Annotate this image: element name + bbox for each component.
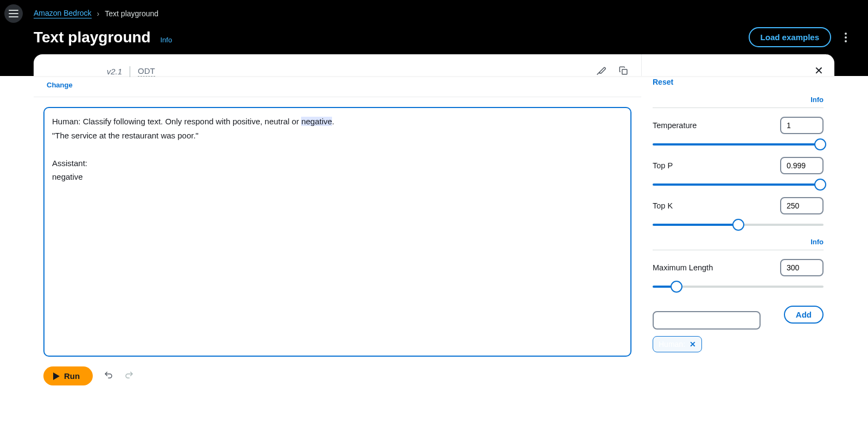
stop-token-text: Human: xyxy=(659,340,685,349)
add-stop-button[interactable]: Add xyxy=(784,306,824,324)
max-length-slider[interactable] xyxy=(653,283,824,290)
provider-logo: A\ xyxy=(47,66,55,77)
page-title: Text playground Info xyxy=(34,29,172,46)
run-button-label: Run xyxy=(64,371,80,381)
prompt-input[interactable]: Human: Classify following text. Only res… xyxy=(43,107,631,357)
model-name: Claude xyxy=(63,65,99,78)
breadcrumb: Amazon Bedrock › Text playground xyxy=(34,9,158,18)
top-p-label: Top P xyxy=(653,161,673,170)
caret-down-icon: ▼ xyxy=(653,97,659,103)
config-title: Configurations xyxy=(653,64,730,77)
model-badge[interactable]: ODT xyxy=(138,66,155,77)
stop-sequences-label: Stop sequences xyxy=(653,299,777,308)
play-icon xyxy=(53,372,60,380)
max-length-input[interactable] xyxy=(780,259,824,276)
reset-link[interactable]: Reset xyxy=(653,78,730,86)
caret-down-icon: ▼ xyxy=(653,239,659,245)
section-title: Length xyxy=(663,237,690,246)
load-examples-button[interactable]: Load examples xyxy=(749,27,831,47)
section-info-link[interactable]: Info xyxy=(810,96,824,104)
section-length-header[interactable]: ▼Length Info xyxy=(653,237,824,250)
menu-button[interactable] xyxy=(4,4,23,23)
stop-token: Human: ✕ xyxy=(653,336,702,352)
prompt-text: . xyxy=(332,117,334,126)
change-model-link[interactable]: Change xyxy=(47,81,155,89)
top-k-input[interactable] xyxy=(780,197,824,214)
clear-icon[interactable] xyxy=(596,65,607,78)
breadcrumb-current: Text playground xyxy=(105,9,158,18)
divider xyxy=(130,66,130,77)
remove-stop-token[interactable]: ✕ xyxy=(690,340,696,349)
breadcrumb-root[interactable]: Amazon Bedrock xyxy=(34,9,92,18)
prompt-text: negative xyxy=(52,170,623,184)
hamburger-icon xyxy=(9,10,18,17)
model-version: v2.1 xyxy=(107,67,122,76)
top-k-slider[interactable] xyxy=(653,221,824,229)
svg-rect-0 xyxy=(622,69,627,74)
close-config-button[interactable]: ✕ xyxy=(814,64,824,77)
redo-button[interactable] xyxy=(124,370,134,382)
top-p-input[interactable] xyxy=(780,157,824,174)
page-info-link[interactable]: Info xyxy=(161,36,173,44)
section-randomness-header[interactable]: ▼Randomness and diversity Info xyxy=(653,95,824,108)
max-length-label: Maximum Length xyxy=(653,263,713,272)
prompt-text: "The service at the restaurant was poor.… xyxy=(52,129,623,143)
top-k-label: Top K xyxy=(653,201,673,210)
prompt-highlight: negative xyxy=(301,117,332,126)
undo-button[interactable] xyxy=(104,370,113,382)
temperature-slider[interactable] xyxy=(653,141,824,148)
stop-sequence-input[interactable] xyxy=(653,311,761,330)
temperature-label: Temperature xyxy=(653,121,697,130)
copy-icon[interactable] xyxy=(618,66,628,78)
top-p-slider[interactable] xyxy=(653,181,824,188)
more-actions-button[interactable] xyxy=(841,33,851,42)
section-info-link[interactable]: Info xyxy=(810,238,824,246)
playground-card: A\ Claude v2.1 ODT Change xyxy=(34,54,834,76)
run-button[interactable]: Run xyxy=(43,366,93,385)
chevron-right-icon: › xyxy=(97,9,100,18)
section-title: Randomness and diversity xyxy=(663,95,767,104)
prompt-text: Human: Classify following text. Only res… xyxy=(52,117,301,126)
temperature-input[interactable] xyxy=(780,117,824,134)
prompt-text: Assistant: xyxy=(52,156,623,170)
page-title-text: Text playground xyxy=(34,29,151,46)
